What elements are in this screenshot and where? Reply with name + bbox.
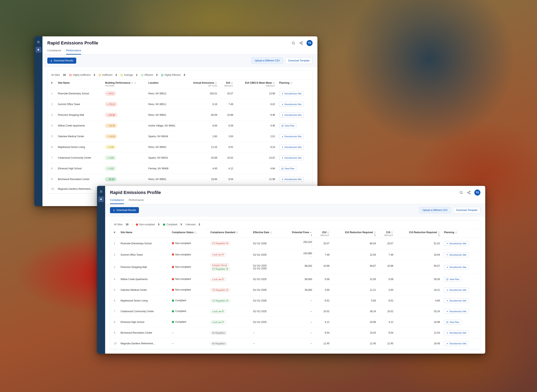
share-icon[interactable]	[299, 41, 303, 45]
col-cbecs[interactable]: EUI CBECS Mean MeankBtu/sq.ft.	[235, 79, 277, 88]
col-eui[interactable]: EUIkBtu/sq.ft.	[219, 79, 235, 88]
share-icon[interactable]	[467, 190, 471, 195]
tab-performance[interactable]: Performance	[129, 197, 144, 204]
decarbonize-button[interactable]: Decarbonize Site	[444, 265, 469, 270]
cell-site-name: Elmwood High School	[118, 317, 170, 327]
avatar[interactable]: TS	[474, 190, 480, 196]
col-cui-reduction[interactable]: CUI Reduction Required%	[395, 229, 442, 238]
decarbonize-button[interactable]: Decarbonize Site	[444, 330, 469, 335]
decarbonize-button[interactable]: Decarbonize Site	[279, 145, 304, 149]
filter-noncompliant[interactable]: Non-compliant 5	[136, 223, 159, 226]
tab-compliance[interactable]: Compliance	[110, 197, 124, 204]
table-row: 9 Birchwood Recreation Center - 36.45 Re…	[47, 174, 312, 185]
decarbonize-button[interactable]: Decarbonize Site	[279, 177, 304, 182]
cell-eui: 7.49	[314, 249, 331, 261]
col-effective-date[interactable]: Effective Date	[251, 229, 282, 238]
col-index[interactable]: #	[47, 79, 56, 88]
decarbonize-button[interactable]: Decarbonize Site	[444, 341, 469, 346]
decarbonize-button[interactable]: Decarbonize Site	[444, 309, 469, 314]
cell-effective-date: 01/ 01/ 2025	[251, 274, 282, 285]
filter-all[interactable]: All Sites 10	[51, 74, 66, 76]
table-row: 1 Riverside Elementary School Non-compli…	[110, 238, 480, 249]
avatar[interactable]: TS	[306, 40, 313, 46]
col-site-name[interactable]: Site Name	[56, 79, 103, 88]
col-potential-fines[interactable]: Potential Fines$	[282, 229, 314, 238]
cell-planning: Decarbonize Site	[277, 142, 312, 153]
cell-fines: 58,000	[282, 274, 314, 285]
col-compliance-status[interactable]: Compliance Status	[170, 229, 208, 238]
search-icon[interactable]	[459, 190, 463, 195]
download-results-button[interactable]: Download Results	[47, 58, 76, 64]
col-annual-emissions[interactable]: Annual EmissionsMT CO2e	[185, 79, 219, 88]
table-row: 2 Summit Office Tower + 75.12 Reno, NV 8…	[47, 99, 312, 110]
col-location[interactable]: Location	[146, 79, 185, 88]
dot-lightgreen-icon	[141, 74, 143, 76]
download-template-button[interactable]: Download Template	[285, 57, 313, 64]
decarbonize-button[interactable]: Decarbonize Site	[444, 252, 469, 257]
col-eui[interactable]: EUIkBtu/sq.ft.	[314, 229, 331, 238]
search-icon[interactable]	[291, 41, 296, 45]
decarbonize-button[interactable]: Decarbonize Site	[444, 288, 469, 292]
cell-eui: 4.12	[314, 317, 331, 327]
cell-index: 9	[110, 327, 118, 338]
col-site-name[interactable]: Site Name	[118, 229, 170, 238]
filter-unknown[interactable]: Unknown 2	[186, 223, 200, 226]
cell-fines: 36,000	[282, 285, 314, 295]
cell-eui: 5.09	[219, 121, 235, 131]
decarbonize-button[interactable]: Decarbonize Site	[279, 112, 304, 117]
view-plan-button[interactable]: View Plan	[279, 166, 297, 171]
cell-eui-reduction: 31.05	[331, 274, 378, 285]
filter-highly-inefficient[interactable]: Highly Inefficient 3	[69, 74, 95, 76]
cell-cui-reduction: 4.65	[395, 295, 442, 306]
filter-all[interactable]: All Sites 10	[114, 223, 128, 226]
view-plan-button[interactable]: View Plan	[444, 277, 462, 282]
col-planning[interactable]: Planning	[277, 79, 312, 88]
decarbonize-button[interactable]: Decarbonize Site	[279, 102, 304, 107]
menu-icon[interactable]	[36, 39, 41, 45]
bolt-icon[interactable]	[36, 47, 41, 52]
upload-csv-button[interactable]: Upload a Different CSV	[419, 207, 451, 213]
filter-efficient[interactable]: Efficient 2	[141, 74, 158, 76]
download-results-button[interactable]: Download Results	[110, 207, 139, 213]
cell-status: Non-compliant	[170, 261, 208, 274]
cell-location: Sparks, NV 89431	[146, 153, 185, 163]
view-plan-button[interactable]: View Plan	[444, 320, 462, 325]
performance-pill: + 4.90	[105, 156, 116, 160]
decarbonize-button[interactable]: Decarbonize Site	[444, 241, 469, 246]
col-building-performance[interactable]: Building PerformancePercentile	[103, 79, 146, 88]
decarbonize-button[interactable]: Decarbonize Site	[444, 298, 469, 303]
col-compliance-standard[interactable]: Compliance Standard	[208, 229, 251, 238]
menu-icon[interactable]	[98, 189, 104, 194]
cell-cui-reduction: 18.21	[395, 285, 442, 295]
filter-compliant[interactable]: Compliant 3	[163, 223, 182, 226]
tab-compliance[interactable]: Compliance	[47, 47, 61, 55]
cell-standard: Energize DenverCO Regulation 28	[208, 261, 251, 274]
cell-cui-reduction: 12.03	[395, 327, 442, 338]
decarbonize-button[interactable]: Decarbonize Site	[279, 155, 304, 160]
standard-chip: CO Regulation 28	[211, 267, 230, 271]
col-index[interactable]: #	[110, 229, 118, 238]
view-plan-button[interactable]: View Plan	[279, 123, 297, 128]
tab-performance[interactable]: Performance	[66, 47, 81, 55]
cell-site-name: Oakview Medical Center	[56, 131, 103, 142]
standard-chip: Energize Denver	[211, 263, 229, 267]
cell-eui-reduction: 48.67--	[331, 261, 378, 274]
download-template-button[interactable]: Download Template	[453, 207, 480, 213]
svg-point-76	[456, 232, 456, 232]
info-icon	[391, 231, 393, 234]
cell-index: 7	[110, 306, 118, 317]
bolt-icon[interactable]	[98, 196, 104, 202]
col-cui[interactable]: CUIkBtu/sq.ft.	[378, 229, 395, 238]
decarbonize-button[interactable]: Decarbonize Site	[279, 134, 304, 139]
filter-inefficient[interactable]: Inefficient 2	[99, 74, 117, 76]
col-eui-reduction[interactable]: EUI Reduction Required%	[331, 229, 378, 238]
filter-highly-efficient[interactable]: Highly Efficient 2	[161, 74, 185, 76]
cell-status: Non-compliant	[170, 274, 208, 285]
upload-csv-button[interactable]: Upload a Different CSV	[251, 57, 283, 64]
col-planning[interactable]: Planning	[442, 229, 480, 238]
decarbonize-button[interactable]: Decarbonize Site	[279, 91, 304, 96]
cell-index: 2	[47, 99, 56, 110]
status-noncompliant: Non-compliant	[172, 266, 191, 268]
cell-site-name: Summit Office Tower	[118, 249, 170, 261]
filter-average[interactable]: Average 1	[121, 74, 137, 76]
